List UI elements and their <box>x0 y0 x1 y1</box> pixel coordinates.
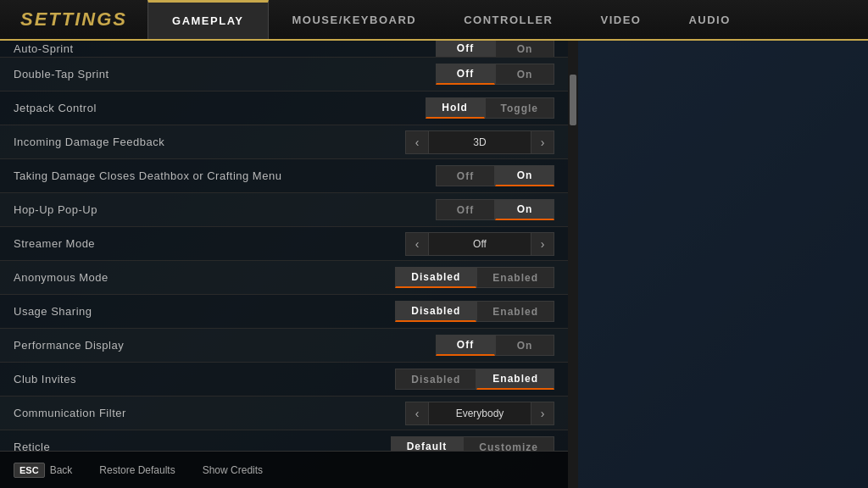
toggle-jetpack-hold[interactable]: Hold <box>426 97 485 119</box>
tab-mouse-keyboard[interactable]: MOUSE/KEYBOARD <box>269 0 441 39</box>
toggle-anonymous-disabled[interactable]: Disabled <box>395 267 476 288</box>
arrow-right-incoming-damage[interactable]: › <box>531 130 554 154</box>
main-content: Auto-Sprint Off On Double-Tap Sprint Off… <box>0 41 868 488</box>
back-action[interactable]: ESC Back <box>14 463 72 478</box>
label-performance-display: Performance Display <box>14 339 124 352</box>
toggle-usage-disabled[interactable]: Disabled <box>395 301 476 322</box>
toggle-hop-up-off[interactable]: Off <box>436 199 495 220</box>
restore-defaults-action[interactable]: Restore Defaults <box>99 464 175 476</box>
toggle-usage-sharing: Disabled Enabled <box>395 301 554 322</box>
toggle-perf-on[interactable]: On <box>495 335 554 356</box>
setting-row-performance-display: Performance Display Off On <box>0 329 568 363</box>
toggle-hop-up-on[interactable]: On <box>495 199 554 220</box>
esc-key-badge: ESC <box>14 463 45 478</box>
control-reticle: Default Customize <box>391 436 554 451</box>
label-anonymous-mode: Anonymous Mode <box>14 271 108 284</box>
credits-label: Show Credits <box>203 464 263 476</box>
value-streamer-mode: Off <box>429 232 531 256</box>
control-taking-damage: Off On <box>436 165 554 186</box>
label-jetpack-control: Jetpack Control <box>14 102 97 114</box>
setting-row-jetpack-control: Jetpack Control Hold Toggle <box>0 92 568 125</box>
toggle-taking-damage-on[interactable]: On <box>495 165 554 186</box>
arrow-streamer-mode: ‹ Off › <box>405 232 554 256</box>
label-hop-up: Hop-Up Pop-Up <box>14 203 97 216</box>
tab-controller[interactable]: CONTROLLER <box>440 0 576 39</box>
settings-panel: Auto-Sprint Off On Double-Tap Sprint Off… <box>0 41 568 488</box>
app-title: SETTINGS <box>0 0 147 39</box>
toggle-reticle-default[interactable]: Default <box>391 436 464 451</box>
toggle-jetpack-toggle[interactable]: Toggle <box>485 97 554 119</box>
control-comm-filter: ‹ Everybody › <box>405 402 554 425</box>
toggle-performance-display: Off On <box>436 335 554 356</box>
control-streamer-mode: ‹ Off › <box>405 232 554 256</box>
arrow-left-streamer-mode[interactable]: ‹ <box>405 232 429 256</box>
control-incoming-damage: ‹ 3D › <box>405 130 554 154</box>
control-performance-display: Off On <box>436 335 554 356</box>
arrow-left-incoming-damage[interactable]: ‹ <box>405 130 429 154</box>
control-jetpack-control: Hold Toggle <box>426 97 554 119</box>
toggle-reticle-customize[interactable]: Customize <box>463 436 554 451</box>
arrow-right-streamer-mode[interactable]: › <box>531 232 554 256</box>
toggle-double-tap-sprint: Off On <box>436 64 554 85</box>
tab-video[interactable]: VIDEO <box>576 0 665 39</box>
header: SETTINGS GAMEPLAY MOUSE/KEYBOARD CONTROL… <box>0 0 868 41</box>
value-incoming-damage: 3D <box>429 130 531 154</box>
control-club-invites: Disabled Enabled <box>395 369 554 390</box>
nav-tabs: GAMEPLAY MOUSE/KEYBOARD CONTROLLER VIDEO… <box>147 0 754 39</box>
label-auto-sprint: Auto-Sprint <box>14 42 74 55</box>
toggle-usage-enabled[interactable]: Enabled <box>476 301 554 322</box>
label-streamer-mode: Streamer Mode <box>14 237 95 250</box>
toggle-auto-sprint-on[interactable]: On <box>495 41 554 58</box>
setting-row-incoming-damage: Incoming Damage Feedback ‹ 3D › <box>0 125 568 159</box>
setting-row-anonymous-mode: Anonymous Mode Disabled Enabled <box>0 261 568 295</box>
toggle-double-tap-sprint-on[interactable]: On <box>495 64 554 85</box>
label-usage-sharing: Usage Sharing <box>14 305 92 318</box>
label-club-invites: Club Invites <box>14 373 76 385</box>
label-double-tap-sprint: Double-Tap Sprint <box>14 68 109 80</box>
control-anonymous-mode: Disabled Enabled <box>395 267 554 288</box>
arrow-left-comm-filter[interactable]: ‹ <box>405 402 429 425</box>
toggle-jetpack-control: Hold Toggle <box>426 97 554 119</box>
setting-row-club-invites: Club Invites Disabled Enabled <box>0 363 568 396</box>
setting-row-taking-damage: Taking Damage Closes Deathbox or Craftin… <box>0 159 568 193</box>
tab-audio[interactable]: AUDIO <box>665 0 754 39</box>
toggle-taking-damage-off[interactable]: Off <box>436 165 495 186</box>
setting-row-hop-up: Hop-Up Pop-Up Off On <box>0 193 568 227</box>
arrow-incoming-damage: ‹ 3D › <box>405 130 554 154</box>
setting-row-double-tap-sprint: Double-Tap Sprint Off On <box>0 58 568 92</box>
arrow-comm-filter: ‹ Everybody › <box>405 402 554 425</box>
toggle-club-invites: Disabled Enabled <box>395 369 554 390</box>
toggle-reticle: Default Customize <box>391 436 554 451</box>
toggle-club-enabled[interactable]: Enabled <box>476 369 554 390</box>
control-usage-sharing: Disabled Enabled <box>395 301 554 322</box>
back-label: Back <box>50 464 73 476</box>
control-hop-up: Off On <box>436 199 554 220</box>
value-comm-filter: Everybody <box>429 402 531 425</box>
toggle-anonymous-enabled[interactable]: Enabled <box>476 267 554 288</box>
setting-row-reticle: Reticle Default Customize <box>0 430 568 451</box>
setting-row-streamer-mode: Streamer Mode ‹ Off › <box>0 227 568 261</box>
settings-list: Auto-Sprint Off On Double-Tap Sprint Off… <box>0 41 568 451</box>
toggle-taking-damage: Off On <box>436 165 554 186</box>
scrollbar-thumb <box>570 75 576 125</box>
toggle-auto-sprint: Off On <box>436 41 554 58</box>
tab-gameplay[interactable]: GAMEPLAY <box>147 0 268 39</box>
label-comm-filter: Communication Filter <box>14 407 126 419</box>
toggle-anonymous-mode: Disabled Enabled <box>395 267 554 288</box>
setting-row-comm-filter: Communication Filter ‹ Everybody › <box>0 396 568 430</box>
arrow-right-comm-filter[interactable]: › <box>531 402 554 425</box>
toggle-double-tap-sprint-off[interactable]: Off <box>436 64 495 85</box>
scrollbar[interactable] <box>568 41 578 488</box>
label-taking-damage: Taking Damage Closes Deathbox or Craftin… <box>14 169 281 182</box>
toggle-hop-up: Off On <box>436 199 554 220</box>
control-double-tap-sprint: Off On <box>436 64 554 85</box>
restore-label: Restore Defaults <box>99 464 175 476</box>
show-credits-action[interactable]: Show Credits <box>203 464 263 476</box>
toggle-perf-off[interactable]: Off <box>436 335 495 356</box>
setting-row-usage-sharing: Usage Sharing Disabled Enabled <box>0 295 568 329</box>
bottom-bar: ESC Back Restore Defaults Show Credits <box>0 451 568 488</box>
right-panel <box>578 41 868 488</box>
setting-row-auto-sprint: Auto-Sprint Off On <box>0 41 568 58</box>
toggle-auto-sprint-off[interactable]: Off <box>436 41 495 58</box>
toggle-club-disabled[interactable]: Disabled <box>395 369 476 390</box>
